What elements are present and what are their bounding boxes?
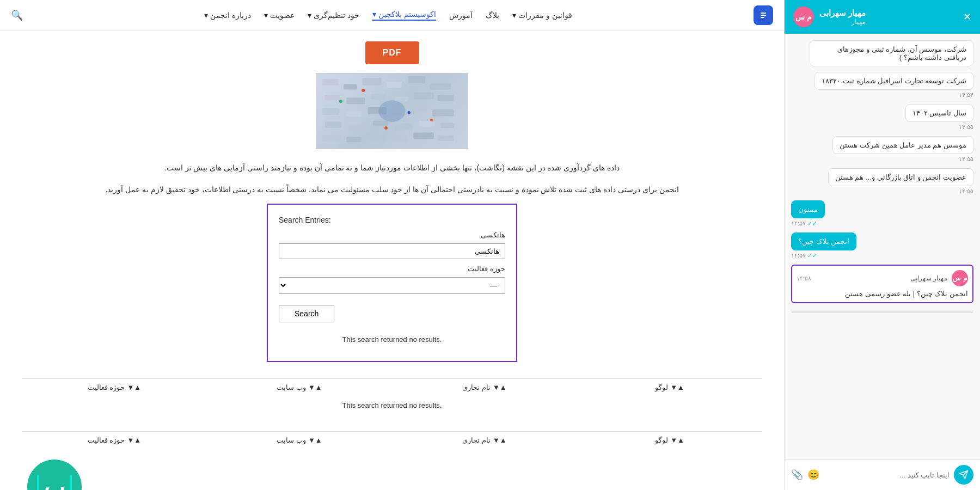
highlight-time: ۱۴:۵۸ <box>797 275 811 282</box>
field2-label: حوزه فعالیت <box>279 265 505 273</box>
send-button[interactable] <box>954 465 973 485</box>
bottom-logo: ب <box>27 460 82 490</box>
nav-item-membership[interactable]: عضویت ▾ <box>264 11 295 20</box>
main-content: قوانین و مقررات ▾ بلاگ آموزش اکوسیستم بل… <box>0 0 784 490</box>
no-results-text: This search returned no results. <box>279 329 505 350</box>
highlight-sender-name: مهیار سهرابی <box>910 274 947 282</box>
attach-button[interactable]: 📎 <box>791 469 803 481</box>
nav-item-blog[interactable]: بلاگ <box>486 11 499 20</box>
svg-rect-25 <box>322 135 341 142</box>
svg-rect-1 <box>322 79 339 85</box>
emoji-button[interactable]: 😊 <box>807 469 819 481</box>
select-row: حوزه فعالیت — <box>279 265 505 294</box>
svg-rect-10 <box>395 96 408 101</box>
double-check-icon: ✓✓ <box>807 220 817 227</box>
nav-item-education[interactable]: آموزش <box>449 11 473 20</box>
chat-header-text: مهیار سهرابی مهیار <box>819 8 866 26</box>
svg-rect-9 <box>371 94 387 100</box>
svg-text:ب: ب <box>44 475 65 490</box>
nav-menu: قوانین و مقررات ▾ بلاگ آموزش اکوسیستم بل… <box>204 10 572 21</box>
highlight-header: م س مهیار سهرابی ۱۴:۵۸ <box>797 270 968 286</box>
bubble-text-3: سال تاسیس ۱۴۰۲ <box>905 104 973 122</box>
search-text-input[interactable] <box>279 243 505 259</box>
bubble-time-7: ✓✓ ۱۴:۵۷ <box>791 252 817 259</box>
svg-rect-14 <box>346 111 362 117</box>
message-2: شرکت توسعه تجارت اسرافیل شماره ثبت ۱۸۳۲۰… <box>791 72 973 99</box>
chat-close-button[interactable]: ✕ <box>963 11 971 23</box>
bubble-text-6: ممنون <box>791 200 825 218</box>
map-image <box>316 73 468 149</box>
svg-rect-21 <box>373 121 389 126</box>
col-trade-name-2: ▲▼ نام تجاری <box>392 436 577 444</box>
search-icon[interactable]: 🔍 <box>11 9 23 21</box>
col-trade-name: ▲▼ نام تجاری <box>392 383 577 391</box>
col-activity: ▲▼ حوزه فعالیت <box>22 383 207 391</box>
double-check-icon-2: ✓✓ <box>807 252 817 259</box>
highlight-avatar: م س <box>952 270 968 286</box>
nav-item-regulation[interactable]: خود تنظیم‌گری ▾ <box>308 11 359 20</box>
svg-rect-11 <box>413 93 433 100</box>
chat-messages-area[interactable]: شرکت، موسس آن، شماره ثبتی و مجوزهای دریا… <box>785 34 980 459</box>
chat-user-sub: مهیار <box>819 18 866 26</box>
col-logo: ▲▼ لوگو <box>577 383 762 391</box>
message-5: عضویت انجمن و اتاق بازرگانی و... هم هستن… <box>791 168 973 195</box>
search-button[interactable]: Search <box>279 305 334 322</box>
svg-rect-19 <box>325 122 341 128</box>
nav-item-about[interactable]: درباره انجمن ▾ <box>204 11 251 20</box>
col-website-2: ▲▼ وب سایت <box>207 436 392 444</box>
table-header-row1: ▲▼ لوگو ▲▼ نام تجاری ▲▼ وب سایت ▲▼ حوزه … <box>22 378 762 396</box>
svg-rect-23 <box>419 121 435 127</box>
bubble-text-7: انجمن بلاک چین؟ <box>791 232 856 250</box>
page-body: PDF <box>0 30 784 490</box>
message-6: ممنون ✓✓ ۱۴:۵۷ <box>791 200 973 227</box>
field1-label: هانکسی <box>279 231 505 239</box>
nav-item-laws[interactable]: قوانین و مقررات ▾ <box>512 11 572 20</box>
svg-rect-28 <box>392 136 408 142</box>
nav-item-blockchain[interactable]: اکوسیستم بلاکچین ▾ <box>372 10 436 21</box>
svg-rect-24 <box>440 123 454 128</box>
bubble-time-3: ۱۴:۵۵ <box>959 124 973 131</box>
bubble-text-4: موسس هم مدیر عامل همین شرکت هستن <box>832 136 973 154</box>
col-activity-2: ▲▼ حوزه فعالیت <box>22 436 207 444</box>
svg-rect-18 <box>432 109 454 117</box>
pdf-button-wrap: PDF <box>22 41 762 64</box>
bubble-time-4: ۱۴:۵۵ <box>959 156 973 163</box>
message-3: سال تاسیس ۱۴۰۲ ۱۴:۵۵ <box>791 104 973 131</box>
svg-rect-27 <box>368 133 385 140</box>
top-nav: قوانین و مقررات ▾ بلاگ آموزش اکوسیستم بل… <box>0 0 784 30</box>
svg-rect-17 <box>413 107 427 112</box>
chat-header-info: مهیار سهرابی مهیار م س <box>793 7 866 27</box>
svg-rect-12 <box>438 95 454 101</box>
para2: انجمن برای درستی داده های ثبت شده تلاش ن… <box>22 182 762 197</box>
table-no-results: This search returned no results. <box>22 396 762 415</box>
partial-message-indicator <box>791 309 973 313</box>
search-entries-title: Search Entries: <box>279 216 505 224</box>
chat-text-input[interactable] <box>824 471 950 479</box>
chat-input-area: 😊 📎 <box>785 459 980 490</box>
svg-rect-2 <box>344 84 357 90</box>
activity-select[interactable]: — <box>279 277 505 294</box>
highlight-line1: انجمن بلاک چین؟ | بله عضو رسمی هستن <box>797 290 968 298</box>
svg-rect-29 <box>413 132 433 139</box>
message-1: شرکت، موسس آن، شماره ثبتی و مجوزهای دریا… <box>791 40 973 66</box>
svg-rect-22 <box>395 124 412 131</box>
message-7: انجمن بلاک چین؟ ✓✓ ۱۴:۵۷ <box>791 232 973 259</box>
svg-rect-6 <box>430 83 451 90</box>
search-field-row: هانکسی <box>279 231 505 259</box>
chat-user-name: مهیار سهرابی <box>819 8 866 18</box>
pdf-button[interactable]: PDF <box>365 41 419 64</box>
col-website: ▲▼ وب سایت <box>207 383 392 391</box>
svg-rect-26 <box>346 137 362 142</box>
svg-rect-8 <box>346 97 365 104</box>
bubble-time-6: ✓✓ ۱۴:۵۷ <box>791 220 817 227</box>
nav-logo[interactable] <box>754 5 773 25</box>
svg-rect-7 <box>325 95 340 100</box>
svg-rect-5 <box>408 76 426 83</box>
bubble-text-5: عضویت انجمن و اتاق بازرگانی و... هم هستن <box>828 168 973 186</box>
svg-rect-13 <box>322 108 340 115</box>
bubble-text-1: شرکت، موسس آن، شماره ثبتی و مجوزهای دریا… <box>810 40 974 66</box>
chat-avatar: م س <box>793 7 814 27</box>
chat-panel: HANEX ✕ مهیار سهرابی مهیار م س شرکت، موس… <box>784 0 980 490</box>
table-header-row2: ▲▼ لوگو ▲▼ نام تجاری ▲▼ وب سایت ▲▼ حوزه … <box>22 431 762 449</box>
message-4: موسس هم مدیر عامل همین شرکت هستن ۱۴:۵۵ <box>791 136 973 163</box>
